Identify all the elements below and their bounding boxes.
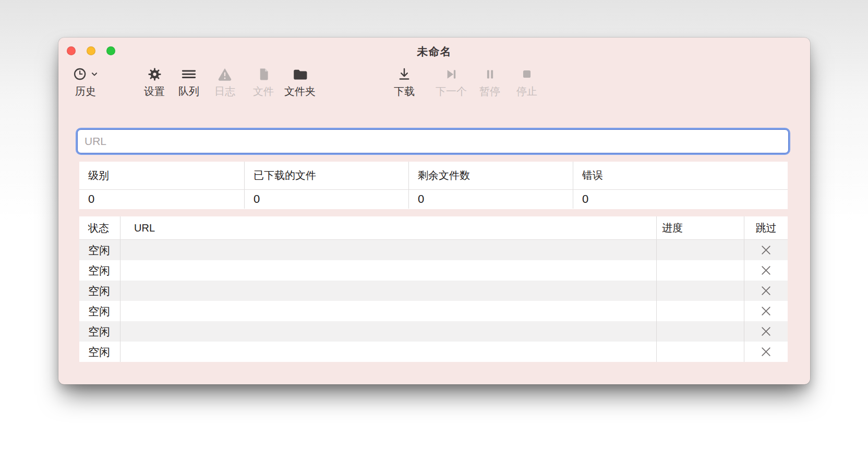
- worker-progress: [656, 301, 744, 321]
- stats-value-remaining-files: 0: [408, 190, 573, 209]
- toolbar-file-button[interactable]: 文件: [253, 66, 274, 96]
- gear-icon: [147, 66, 162, 82]
- pause-icon: [483, 66, 497, 82]
- worker-url: [120, 260, 656, 281]
- workers-header-row: 状态 URL 进度 跳过: [79, 216, 788, 240]
- worker-url: [120, 342, 656, 362]
- worker-url: [120, 301, 656, 321]
- toolbar-download-button[interactable]: 下载: [394, 66, 415, 96]
- worker-progress: [656, 281, 744, 301]
- stats-value-errors: 0: [573, 190, 788, 209]
- x-icon: [760, 244, 772, 256]
- stats-values-row: 0 0 0 0: [79, 190, 788, 209]
- toolbar-folder-button[interactable]: 文件夹: [284, 66, 316, 96]
- worker-progress: [656, 342, 744, 362]
- stats-table: 级别 已下载的文件 剩余文件数 错误 0 0 0 0: [79, 162, 788, 209]
- clock-icon: [73, 66, 98, 82]
- skip-button[interactable]: [758, 344, 774, 360]
- toolbar-pause-button[interactable]: 暂停: [479, 66, 500, 96]
- toolbar-pause-label: 暂停: [479, 86, 500, 96]
- stats-header-errors: 错误: [573, 162, 788, 189]
- window-title: 未命名: [58, 44, 810, 59]
- worker-row[interactable]: 空闲: [79, 321, 788, 342]
- app-window: 未命名 历史: [58, 38, 810, 384]
- workers-header-url: URL: [120, 216, 656, 239]
- stats-header-remaining-files: 剩余文件数: [408, 162, 573, 189]
- workers-header-status: 状态: [79, 216, 120, 239]
- toolbar-settings-button[interactable]: 设置: [144, 66, 165, 96]
- worker-row[interactable]: 空闲: [79, 301, 788, 321]
- x-icon: [760, 285, 772, 297]
- workers-header-progress: 进度: [656, 216, 744, 239]
- worker-progress: [656, 240, 744, 260]
- worker-row[interactable]: 空闲: [79, 342, 788, 362]
- toolbar-queue-label: 队列: [178, 86, 199, 96]
- queue-lines-icon: [181, 66, 197, 82]
- worker-url: [120, 321, 656, 342]
- chevron-down-icon: [91, 70, 98, 78]
- toolbar-stop-label: 停止: [516, 86, 537, 96]
- download-arrow-icon: [397, 66, 412, 82]
- toolbar-history-button[interactable]: 历史: [73, 66, 98, 96]
- worker-row[interactable]: 空闲: [79, 240, 788, 260]
- x-icon: [760, 346, 772, 358]
- worker-progress: [656, 260, 744, 281]
- worker-status: 空闲: [79, 321, 120, 342]
- stats-header-downloaded-files: 已下载的文件: [244, 162, 408, 189]
- x-icon: [760, 305, 772, 317]
- toolbar-log-button[interactable]: 日志: [214, 66, 235, 96]
- skip-button[interactable]: [758, 242, 774, 258]
- toolbar-queue-button[interactable]: 队列: [178, 66, 199, 96]
- file-icon: [257, 66, 271, 82]
- toolbar-settings-label: 设置: [144, 86, 165, 96]
- worker-status: 空闲: [79, 342, 120, 362]
- toolbar-download-label: 下载: [394, 86, 415, 96]
- toolbar-history-label: 历史: [75, 86, 96, 96]
- skip-button[interactable]: [758, 324, 774, 339]
- worker-status: 空闲: [79, 260, 120, 281]
- warning-triangle-icon: [217, 66, 233, 82]
- toolbar-log-label: 日志: [214, 86, 235, 96]
- skip-button[interactable]: [758, 283, 774, 299]
- worker-url: [120, 240, 656, 260]
- stop-icon: [520, 66, 534, 82]
- stats-header-row: 级别 已下载的文件 剩余文件数 错误: [79, 162, 788, 190]
- worker-progress: [656, 321, 744, 342]
- x-icon: [760, 264, 772, 276]
- toolbar-next-button[interactable]: 下一个: [436, 66, 467, 96]
- url-input-focus-ring: [76, 128, 790, 155]
- stats-value-level: 0: [79, 190, 244, 209]
- workers-header-skip: 跳过: [744, 216, 788, 239]
- skip-next-icon: [444, 66, 459, 82]
- toolbar-stop-button[interactable]: 停止: [516, 66, 537, 96]
- workers-table: 状态 URL 进度 跳过 空闲 空闲: [79, 216, 788, 362]
- toolbar-folder-label: 文件夹: [284, 86, 316, 96]
- toolbar-next-label: 下一个: [436, 86, 467, 96]
- worker-status: 空闲: [79, 281, 120, 301]
- skip-button[interactable]: [758, 304, 774, 319]
- skip-button[interactable]: [758, 263, 774, 278]
- worker-row[interactable]: 空闲: [79, 260, 788, 281]
- url-input[interactable]: [77, 129, 789, 153]
- worker-status: 空闲: [79, 240, 120, 260]
- stats-header-level: 级别: [79, 162, 244, 189]
- worker-row[interactable]: 空闲: [79, 281, 788, 301]
- folder-icon: [292, 66, 308, 82]
- worker-status: 空闲: [79, 301, 120, 321]
- worker-url: [120, 281, 656, 301]
- toolbar-file-label: 文件: [253, 86, 274, 96]
- x-icon: [760, 325, 772, 337]
- stats-value-downloaded-files: 0: [244, 190, 408, 209]
